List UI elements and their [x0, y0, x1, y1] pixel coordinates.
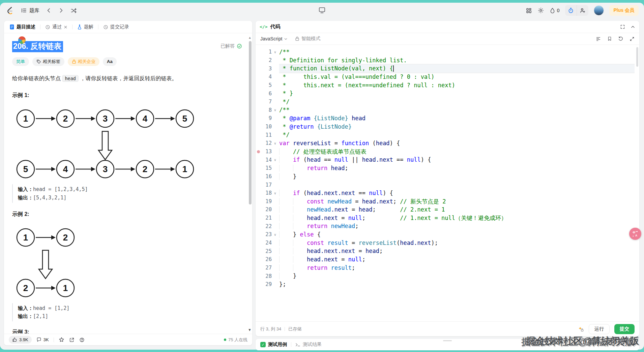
line-number[interactable]: 10	[261, 124, 272, 130]
related-companies-button[interactable]: 相关企业	[68, 57, 99, 66]
code-line[interactable]: };	[279, 280, 635, 289]
line-number[interactable]: 11	[261, 132, 272, 138]
editor-gutter[interactable]: 1∨2345678∨9101112∨1314∨15161718∨19202122…	[256, 48, 279, 289]
code-line[interactable]: }	[279, 172, 635, 181]
invite-user-icon[interactable]	[577, 5, 588, 16]
code-line[interactable]	[279, 181, 635, 189]
smart-mode-toggle[interactable]: 智能模式	[295, 36, 320, 42]
gutter-line[interactable]: 11	[256, 131, 279, 139]
settings-gear-icon[interactable]	[537, 7, 544, 14]
star-button[interactable]	[59, 337, 64, 343]
reset-code-icon[interactable]	[618, 36, 623, 41]
line-number[interactable]: 20	[261, 206, 272, 213]
daily-streak[interactable]: 0	[550, 7, 560, 14]
gutter-line[interactable]: 14∨	[256, 156, 279, 164]
code-editor[interactable]: 1∨2345678∨9101112∨1314∨15161718∨19202122…	[256, 45, 639, 321]
tab-solutions[interactable]: 题解	[76, 23, 95, 31]
breakpoint-margin[interactable]	[256, 150, 261, 153]
gutter-line[interactable]: 13	[256, 148, 279, 156]
comments-button[interactable]: 3K	[36, 337, 49, 342]
line-number[interactable]: 1	[261, 49, 272, 55]
stopwatch-icon[interactable]	[565, 5, 577, 16]
code-line[interactable]: /**	[279, 48, 635, 56]
tab-testcase[interactable]: ✓ 测试用例	[260, 342, 287, 348]
run-button[interactable]: 运行	[589, 324, 610, 334]
code-line[interactable]: * }	[279, 89, 635, 98]
line-number[interactable]: 7	[261, 99, 272, 105]
code-line[interactable]: } else {	[279, 230, 635, 239]
line-number[interactable]: 15	[261, 165, 272, 171]
tab-test-result[interactable]: 测试结果	[295, 342, 322, 348]
drag-handle[interactable]	[443, 340, 452, 341]
fullscreen-icon[interactable]	[620, 24, 625, 29]
translate-fab[interactable]: 中 A	[629, 228, 641, 240]
bookmark-icon[interactable]	[607, 36, 612, 41]
submit-button[interactable]: 提交	[614, 324, 635, 334]
code-line[interactable]: return result;	[279, 264, 635, 272]
editor-scrollbar[interactable]	[636, 47, 638, 67]
code-line[interactable]: * this.next = (next===undefined ? null :…	[279, 81, 635, 90]
gutter-line[interactable]: 18∨	[256, 189, 279, 197]
fold-chevron-icon[interactable]: ∨	[272, 191, 279, 195]
code-line[interactable]: */	[279, 98, 635, 106]
user-avatar[interactable]	[594, 5, 604, 15]
gutter-line[interactable]: 8∨	[256, 106, 279, 114]
scrollbar-down-arrow[interactable]: ▼	[248, 328, 252, 332]
expand-editor-icon[interactable]	[630, 36, 635, 41]
code-line[interactable]: head.next = null; // 1.next = null（关键！避免…	[279, 214, 635, 222]
plus-membership-button[interactable]: Plus 会员	[609, 5, 639, 16]
ai-debug-icon[interactable]	[578, 326, 584, 332]
gutter-line[interactable]: 16	[256, 172, 279, 181]
line-number[interactable]: 21	[261, 215, 272, 221]
editor-code[interactable]: /** * Definition for singly-linked list.…	[279, 48, 635, 289]
format-code-icon[interactable]	[595, 36, 601, 41]
line-number[interactable]: 12	[261, 140, 272, 146]
prev-problem-button[interactable]	[46, 8, 52, 13]
gutter-line[interactable]: 2	[256, 56, 279, 65]
gutter-line[interactable]: 15	[256, 164, 279, 172]
random-problem-button[interactable]	[70, 7, 77, 14]
code-line[interactable]: * function ListNode(val, next) {	[279, 64, 635, 73]
gutter-line[interactable]: 5	[256, 81, 279, 90]
code-line[interactable]: return newHead;	[279, 222, 635, 230]
code-line[interactable]: /**	[279, 106, 635, 114]
gutter-line[interactable]: 29	[256, 280, 279, 289]
share-button[interactable]	[69, 337, 75, 343]
font-size-button[interactable]: Aa	[103, 57, 117, 66]
related-tags-button[interactable]: 相关标签	[32, 57, 64, 66]
gutter-line[interactable]: 24	[256, 239, 279, 247]
line-number[interactable]: 19	[261, 198, 272, 204]
code-line[interactable]: * @return {ListNode}	[279, 123, 635, 131]
gutter-line[interactable]: 4	[256, 73, 279, 81]
left-panel-scrollbar[interactable]	[249, 41, 252, 204]
line-number[interactable]: 2	[261, 57, 272, 63]
code-line[interactable]: // 处理空链表或单节点链表	[279, 148, 635, 156]
monitor-icon[interactable]	[318, 7, 326, 13]
problem-list-nav[interactable]: 题库	[21, 7, 39, 14]
help-button[interactable]	[79, 337, 85, 343]
line-number[interactable]: 6	[261, 91, 272, 97]
line-number[interactable]: 9	[261, 115, 272, 121]
tab-submissions[interactable]: 提交记录	[102, 23, 130, 31]
code-line[interactable]: * this.val = (val===undefined ? 0 : val)	[279, 73, 635, 81]
code-line[interactable]: return head;	[279, 164, 635, 172]
line-number[interactable]: 13	[261, 149, 272, 155]
line-number[interactable]: 29	[261, 281, 272, 287]
gutter-line[interactable]: 1∨	[256, 48, 279, 56]
tab-accepted[interactable]: 通过	[44, 23, 69, 31]
line-number[interactable]: 4	[261, 74, 272, 80]
fold-chevron-icon[interactable]: ∨	[272, 233, 279, 236]
fold-chevron-icon[interactable]: ∨	[272, 50, 279, 54]
tab-description[interactable]: 题目描述	[8, 23, 37, 31]
code-line[interactable]: if (head.next.next == null) {	[279, 189, 635, 197]
gutter-line[interactable]: 27	[256, 264, 279, 272]
language-selector[interactable]: JavaScript	[260, 36, 288, 41]
gutter-line[interactable]: 19	[256, 197, 279, 206]
line-number[interactable]: 3	[261, 66, 272, 72]
code-line[interactable]: if (head == null || head.next == null) {	[279, 156, 635, 164]
line-number[interactable]: 25	[261, 248, 272, 254]
line-number[interactable]: 8	[261, 107, 272, 113]
collapse-panel-icon[interactable]	[631, 25, 635, 29]
gutter-line[interactable]: 25	[256, 247, 279, 255]
gutter-line[interactable]: 10	[256, 123, 279, 131]
